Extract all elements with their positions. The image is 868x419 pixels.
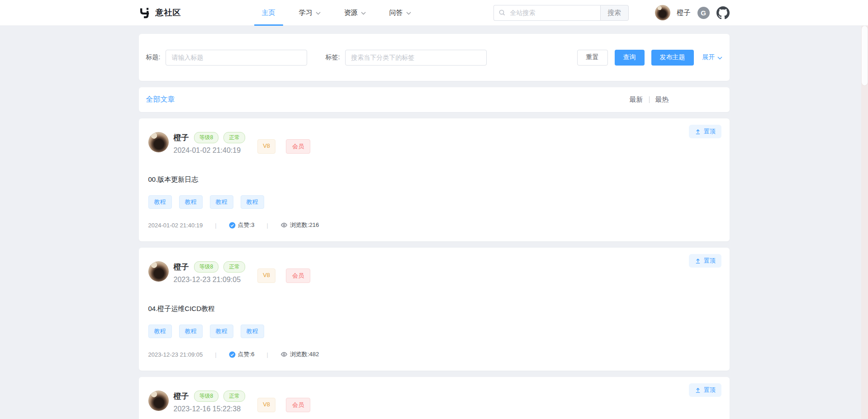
- nav-label: 主页: [262, 9, 275, 17]
- title-filter-input[interactable]: [166, 50, 307, 66]
- publish-topic-button[interactable]: 发布主题: [651, 50, 694, 66]
- search-box[interactable]: [493, 5, 600, 21]
- level-badge: 等级8: [194, 132, 219, 143]
- tag[interactable]: 教程: [241, 195, 264, 209]
- chevron-down-icon: [361, 12, 366, 15]
- user-area: 橙子 G: [655, 5, 730, 20]
- author-name[interactable]: 橙子: [174, 391, 189, 401]
- sort-hottest[interactable]: 最热: [655, 95, 669, 104]
- avatar[interactable]: [148, 132, 169, 152]
- avatar[interactable]: [655, 5, 670, 20]
- scrollbar-track[interactable]: [861, 26, 868, 419]
- nav-label: 学习: [299, 9, 313, 17]
- post-card[interactable]: 置顶 橙子 等级8 正常 2023-12-16 15:22:38 V8 会员: [139, 377, 730, 419]
- all-articles-link[interactable]: 全部文章: [146, 95, 175, 104]
- vip-badge: V8: [257, 139, 275, 154]
- status-badge: 正常: [223, 391, 245, 402]
- member-badge: 会员: [286, 268, 310, 283]
- gitee-icon[interactable]: G: [697, 7, 710, 19]
- tag[interactable]: 教程: [179, 325, 203, 338]
- chevron-down-icon: [316, 12, 321, 15]
- member-badge: 会员: [286, 139, 310, 154]
- views-label: 浏览数:482: [290, 350, 319, 358]
- views-stat: 浏览数:216: [280, 221, 319, 229]
- post-date: 2024-01-02 21:40:19: [174, 146, 246, 155]
- views-label: 浏览数:216: [290, 221, 319, 229]
- nav-label: 问答: [389, 9, 403, 17]
- tag-filter-input[interactable]: [345, 50, 487, 66]
- post-card[interactable]: 置顶 橙子 等级8 正常 2023-12-23 21:09:05 V8 会员 0…: [139, 248, 730, 371]
- author-name[interactable]: 橙子: [174, 262, 189, 272]
- sort-newest[interactable]: 最新: [630, 95, 643, 104]
- post-author-row: 橙子 等级8 正常 2024-01-02 21:40:19 V8 会员: [148, 132, 721, 155]
- site-search: 搜索: [493, 5, 629, 21]
- sort-divider: [649, 96, 650, 103]
- post-tags: 教程 教程 教程 教程: [148, 195, 721, 209]
- avatar[interactable]: [148, 391, 169, 411]
- nav-item-home[interactable]: 主页: [262, 0, 275, 25]
- views-stat: 浏览数:482: [280, 350, 319, 358]
- chevron-down-icon: [717, 56, 722, 60]
- post-footer: 2024-01-02 21:40:19 | 点赞:3 | 浏览数:216: [148, 221, 721, 229]
- nav-item-study[interactable]: 学习: [299, 0, 321, 25]
- post-title[interactable]: 04.橙子运维CICD教程: [148, 305, 721, 313]
- tag[interactable]: 教程: [241, 325, 264, 338]
- footer-divider: |: [266, 222, 268, 229]
- tag-filter-label: 标签:: [325, 53, 340, 61]
- reset-button[interactable]: 重置: [577, 50, 608, 66]
- footer-divider: |: [215, 351, 216, 358]
- pin-top-icon: [695, 387, 701, 393]
- tag[interactable]: 教程: [179, 195, 203, 209]
- search-icon: [498, 9, 506, 16]
- active-tab-underline: [254, 24, 283, 26]
- brand-logo-icon: [139, 7, 151, 19]
- expand-toggle[interactable]: 展开: [702, 53, 722, 61]
- footer-date: 2024-01-02 21:40:19: [148, 222, 203, 229]
- post-footer: 2023-12-23 21:09:05 | 点赞:6 | 浏览数:482: [148, 350, 721, 358]
- pin-label: 置顶: [704, 386, 716, 394]
- post-date: 2023-12-23 21:09:05: [174, 276, 246, 284]
- likes-label: 点赞:6: [238, 350, 255, 358]
- status-badge: 正常: [223, 132, 245, 143]
- pin-button[interactable]: 置顶: [689, 254, 721, 268]
- main-nav: 主页 学习 资源 问答: [262, 0, 435, 25]
- header-username[interactable]: 橙子: [677, 9, 691, 17]
- brand[interactable]: 意社区: [139, 7, 181, 19]
- author-name[interactable]: 橙子: [174, 132, 189, 143]
- member-badge: 会员: [286, 398, 310, 412]
- main-content: 标题: 标签: 重置 查询 发布主题 展开 全部文章 最新 最热: [139, 26, 730, 419]
- list-header: 全部文章 最新 最热: [139, 87, 730, 112]
- like-check-icon: [229, 222, 236, 229]
- nav-item-qa[interactable]: 问答: [389, 0, 411, 25]
- footer-divider: |: [215, 222, 216, 229]
- post-card[interactable]: 置顶 橙子 等级8 正常 2024-01-02 21:40:19 V8 会员 0…: [139, 118, 730, 241]
- github-icon[interactable]: [716, 6, 730, 19]
- tag[interactable]: 教程: [148, 325, 172, 338]
- post-title[interactable]: 00.版本更新日志: [148, 175, 721, 184]
- brand-title: 意社区: [156, 7, 181, 18]
- filter-bar: 标题: 标签: 重置 查询 发布主题 展开: [139, 34, 730, 81]
- likes-stat: 点赞:6: [229, 350, 255, 358]
- like-check-icon: [229, 351, 236, 358]
- search-button[interactable]: 搜索: [600, 5, 629, 21]
- scrollbar-thumb[interactable]: [862, 26, 868, 85]
- pin-top-icon: [695, 258, 701, 264]
- pin-top-icon: [695, 128, 701, 135]
- vip-badge: V8: [257, 268, 275, 283]
- avatar[interactable]: [148, 261, 169, 282]
- pin-label: 置顶: [704, 127, 716, 136]
- eye-icon: [280, 221, 288, 229]
- search-input[interactable]: [509, 9, 596, 17]
- tag[interactable]: 教程: [210, 195, 233, 209]
- tag[interactable]: 教程: [210, 325, 233, 338]
- nav-item-resource[interactable]: 资源: [344, 0, 366, 25]
- tag[interactable]: 教程: [148, 195, 172, 209]
- top-navbar: 意社区 主页 学习 资源 问答: [0, 0, 868, 26]
- pin-button[interactable]: 置顶: [689, 383, 721, 397]
- vip-badge: V8: [257, 398, 275, 412]
- level-badge: 等级8: [194, 391, 219, 402]
- pin-button[interactable]: 置顶: [689, 125, 721, 138]
- chevron-down-icon: [406, 12, 411, 15]
- query-button[interactable]: 查询: [615, 50, 645, 66]
- likes-stat: 点赞:3: [229, 221, 255, 229]
